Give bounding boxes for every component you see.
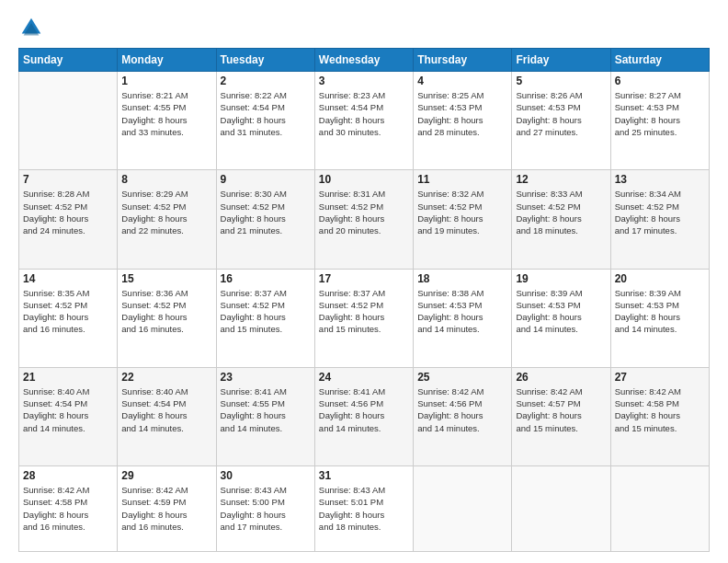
day-number: 3 (319, 75, 409, 87)
day-number: 28 (23, 469, 113, 482)
day-number: 23 (221, 371, 311, 384)
day-info: Sunrise: 8:21 AMSunset: 4:55 PMDaylight:… (121, 89, 211, 138)
calendar-cell: 9Sunrise: 8:30 AMSunset: 4:52 PMDaylight… (216, 170, 314, 269)
day-info: Sunrise: 8:30 AMSunset: 4:52 PMDaylight:… (221, 188, 311, 236)
day-number: 1 (121, 75, 211, 87)
day-number: 31 (319, 469, 409, 482)
day-info: Sunrise: 8:41 AMSunset: 4:55 PMDaylight:… (221, 385, 311, 434)
day-info: Sunrise: 8:42 AMSunset: 4:56 PMDaylight:… (417, 385, 507, 434)
header-friday: Friday (512, 49, 610, 72)
calendar-cell: 24Sunrise: 8:41 AMSunset: 4:56 PMDayligh… (314, 367, 413, 465)
day-number: 22 (121, 371, 211, 384)
day-number: 12 (516, 173, 606, 186)
calendar-cell: 18Sunrise: 8:38 AMSunset: 4:53 PMDayligh… (414, 269, 512, 367)
calendar-cell: 22Sunrise: 8:40 AMSunset: 4:54 PMDayligh… (118, 367, 216, 465)
day-info: Sunrise: 8:43 AMSunset: 5:00 PMDaylight:… (221, 484, 311, 533)
calendar-cell: 31Sunrise: 8:43 AMSunset: 5:01 PMDayligh… (314, 466, 413, 552)
calendar-cell (512, 466, 610, 552)
calendar-cell: 27Sunrise: 8:42 AMSunset: 4:58 PMDayligh… (610, 367, 709, 465)
day-info: Sunrise: 8:35 AMSunset: 4:52 PMDaylight:… (23, 287, 113, 336)
calendar-cell: 4Sunrise: 8:25 AMSunset: 4:53 PMDaylight… (414, 72, 512, 170)
day-number: 4 (417, 75, 507, 87)
day-info: Sunrise: 8:36 AMSunset: 4:52 PMDaylight:… (121, 287, 211, 336)
calendar-cell: 5Sunrise: 8:26 AMSunset: 4:53 PMDaylight… (512, 72, 610, 170)
day-number: 2 (221, 75, 311, 87)
calendar-cell: 7Sunrise: 8:28 AMSunset: 4:52 PMDaylight… (19, 170, 118, 269)
calendar-cell: 21Sunrise: 8:40 AMSunset: 4:54 PMDayligh… (19, 367, 118, 465)
day-info: Sunrise: 8:29 AMSunset: 4:52 PMDaylight:… (121, 188, 211, 236)
calendar-cell: 23Sunrise: 8:41 AMSunset: 4:55 PMDayligh… (216, 367, 314, 465)
calendar-cell: 14Sunrise: 8:35 AMSunset: 4:52 PMDayligh… (19, 269, 118, 367)
day-info: Sunrise: 8:42 AMSunset: 4:58 PMDaylight:… (23, 484, 113, 533)
day-number: 17 (319, 272, 409, 285)
header-saturday: Saturday (610, 49, 709, 72)
day-info: Sunrise: 8:42 AMSunset: 4:58 PMDaylight:… (615, 385, 705, 434)
calendar-cell: 28Sunrise: 8:42 AMSunset: 4:58 PMDayligh… (19, 466, 118, 552)
day-number: 10 (319, 173, 409, 186)
calendar-cell: 26Sunrise: 8:42 AMSunset: 4:57 PMDayligh… (512, 367, 610, 465)
day-info: Sunrise: 8:33 AMSunset: 4:52 PMDaylight:… (516, 188, 606, 236)
day-info: Sunrise: 8:40 AMSunset: 4:54 PMDaylight:… (23, 385, 113, 434)
calendar-cell: 29Sunrise: 8:42 AMSunset: 4:59 PMDayligh… (118, 466, 216, 552)
header (18, 15, 710, 40)
day-number: 25 (417, 371, 507, 384)
day-number: 27 (615, 371, 705, 384)
header-monday: Monday (118, 49, 216, 72)
day-info: Sunrise: 8:27 AMSunset: 4:53 PMDaylight:… (615, 89, 705, 138)
day-info: Sunrise: 8:25 AMSunset: 4:53 PMDaylight:… (417, 89, 507, 138)
logo-icon (18, 15, 44, 40)
day-info: Sunrise: 8:28 AMSunset: 4:52 PMDaylight:… (23, 188, 113, 236)
day-number: 24 (319, 371, 409, 384)
day-number: 5 (516, 75, 606, 87)
day-number: 26 (516, 371, 606, 384)
calendar-cell: 8Sunrise: 8:29 AMSunset: 4:52 PMDaylight… (118, 170, 216, 269)
calendar-cell: 10Sunrise: 8:31 AMSunset: 4:52 PMDayligh… (314, 170, 413, 269)
calendar-table: Sunday Monday Tuesday Wednesday Thursday… (18, 48, 710, 552)
day-number: 15 (121, 272, 211, 285)
calendar-cell: 12Sunrise: 8:33 AMSunset: 4:52 PMDayligh… (512, 170, 610, 269)
calendar-cell: 11Sunrise: 8:32 AMSunset: 4:52 PMDayligh… (414, 170, 512, 269)
day-info: Sunrise: 8:42 AMSunset: 4:59 PMDaylight:… (121, 484, 211, 533)
day-number: 20 (615, 272, 705, 285)
calendar-cell: 3Sunrise: 8:23 AMSunset: 4:54 PMDaylight… (314, 72, 413, 170)
day-info: Sunrise: 8:23 AMSunset: 4:54 PMDaylight:… (319, 89, 409, 138)
day-info: Sunrise: 8:42 AMSunset: 4:57 PMDaylight:… (516, 385, 606, 434)
day-number: 6 (615, 75, 705, 87)
day-info: Sunrise: 8:34 AMSunset: 4:52 PMDaylight:… (615, 188, 705, 236)
day-info: Sunrise: 8:39 AMSunset: 4:53 PMDaylight:… (615, 287, 705, 336)
calendar-cell: 13Sunrise: 8:34 AMSunset: 4:52 PMDayligh… (610, 170, 709, 269)
calendar-cell: 25Sunrise: 8:42 AMSunset: 4:56 PMDayligh… (414, 367, 512, 465)
day-number: 16 (221, 272, 311, 285)
day-number: 30 (221, 469, 311, 482)
day-info: Sunrise: 8:40 AMSunset: 4:54 PMDaylight:… (121, 385, 211, 434)
calendar-cell (610, 466, 709, 552)
calendar-cell: 1Sunrise: 8:21 AMSunset: 4:55 PMDaylight… (118, 72, 216, 170)
day-info: Sunrise: 8:31 AMSunset: 4:52 PMDaylight:… (319, 188, 409, 236)
header-sunday: Sunday (19, 49, 118, 72)
day-number: 8 (121, 173, 211, 186)
day-number: 9 (221, 173, 311, 186)
calendar-header-row: Sunday Monday Tuesday Wednesday Thursday… (19, 49, 710, 72)
calendar-cell: 19Sunrise: 8:39 AMSunset: 4:53 PMDayligh… (512, 269, 610, 367)
day-number: 13 (615, 173, 705, 186)
day-info: Sunrise: 8:22 AMSunset: 4:54 PMDaylight:… (221, 89, 311, 138)
day-info: Sunrise: 8:41 AMSunset: 4:56 PMDaylight:… (319, 385, 409, 434)
day-number: 11 (417, 173, 507, 186)
calendar-cell: 6Sunrise: 8:27 AMSunset: 4:53 PMDaylight… (610, 72, 709, 170)
day-number: 18 (417, 272, 507, 285)
day-number: 19 (516, 272, 606, 285)
day-info: Sunrise: 8:39 AMSunset: 4:53 PMDaylight:… (516, 287, 606, 336)
header-tuesday: Tuesday (216, 49, 314, 72)
day-info: Sunrise: 8:32 AMSunset: 4:52 PMDaylight:… (417, 188, 507, 236)
page: Sunday Monday Tuesday Wednesday Thursday… (0, 0, 728, 563)
calendar-cell: 15Sunrise: 8:36 AMSunset: 4:52 PMDayligh… (118, 269, 216, 367)
day-number: 7 (23, 173, 113, 186)
calendar-cell: 20Sunrise: 8:39 AMSunset: 4:53 PMDayligh… (610, 269, 709, 367)
day-info: Sunrise: 8:43 AMSunset: 5:01 PMDaylight:… (319, 484, 409, 533)
day-info: Sunrise: 8:26 AMSunset: 4:53 PMDaylight:… (516, 89, 606, 138)
day-number: 14 (23, 272, 113, 285)
calendar-cell: 17Sunrise: 8:37 AMSunset: 4:52 PMDayligh… (314, 269, 413, 367)
calendar-cell (414, 466, 512, 552)
day-info: Sunrise: 8:38 AMSunset: 4:53 PMDaylight:… (417, 287, 507, 336)
calendar-cell (19, 72, 118, 170)
